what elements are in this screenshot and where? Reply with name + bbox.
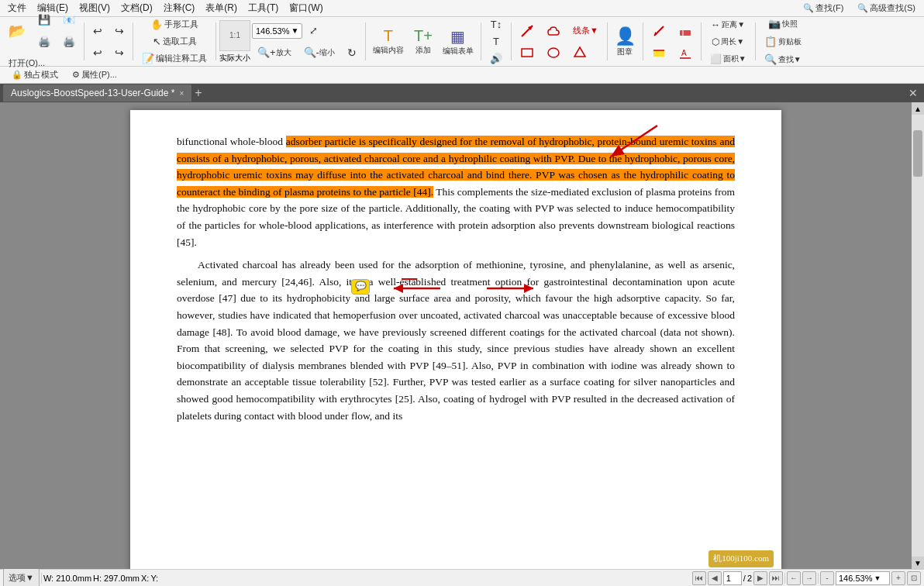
underline-tool-button[interactable]: A bbox=[673, 43, 698, 63]
polygon-icon bbox=[573, 46, 587, 60]
print-button[interactable]: 🖨️ bbox=[57, 32, 81, 52]
zoom-nav-dropdown: ▼ bbox=[874, 574, 881, 582]
properties-button[interactable]: ⚙ 属性(P)... bbox=[67, 65, 122, 85]
cloud-icon bbox=[546, 24, 560, 38]
area-button[interactable]: ⬜ 面积▼ bbox=[705, 51, 752, 67]
zoom-out-nav-button[interactable]: - bbox=[820, 571, 834, 585]
person-icon: 👤 bbox=[615, 26, 636, 47]
edit-note-tool-button[interactable]: 📝 编辑注释工具 bbox=[136, 50, 212, 67]
email-button[interactable]: 📧 bbox=[57, 10, 81, 30]
zoom-display[interactable]: 146.53% ▼ bbox=[836, 571, 890, 585]
next-view-button[interactable]: → bbox=[802, 571, 816, 585]
menu-comment[interactable]: 注释(C) bbox=[159, 0, 200, 16]
clipboard-button[interactable]: 📋 剪贴板 bbox=[759, 33, 807, 50]
audio-button[interactable]: 🔊 bbox=[484, 50, 508, 67]
zoom-expand-button[interactable]: ⤢ bbox=[304, 21, 323, 41]
print-setup-button[interactable]: 🖨️ bbox=[33, 32, 56, 52]
advanced-search-button[interactable]: 🔍 高级查找(S) bbox=[852, 0, 921, 16]
zoom-in-nav-button[interactable]: + bbox=[891, 571, 905, 585]
first-page-button[interactable]: ⏮ bbox=[692, 571, 706, 585]
refresh-button[interactable]: ↻ bbox=[342, 43, 362, 63]
document-page: 💬 bifunctional whole-blood adsorber part… bbox=[130, 110, 781, 569]
page-total: 2 bbox=[747, 574, 752, 583]
tab-close-all-button[interactable]: ✕ bbox=[905, 87, 921, 99]
text-edit-icon: T bbox=[384, 27, 393, 45]
menu-window[interactable]: 窗口(W) bbox=[284, 0, 327, 16]
zoom-input[interactable]: 146.53% ▼ bbox=[252, 23, 302, 39]
pencil-tool-button[interactable] bbox=[646, 21, 671, 41]
zoom-in-button[interactable]: 🔍+ 放大 bbox=[252, 43, 297, 63]
open-button[interactable]: 📂 bbox=[3, 21, 31, 41]
menu-tools[interactable]: 工具(T) bbox=[243, 0, 283, 16]
distance-button[interactable]: ↔ 距离▼ bbox=[705, 17, 752, 33]
lock-icon: 🔒 bbox=[12, 70, 22, 80]
snapshot-button[interactable]: 📷 快照 bbox=[759, 16, 807, 32]
rect-icon bbox=[520, 46, 534, 60]
main-toolbar: 📂 💾 🖨️ 📧 🖨️ 打开(O)... ↩ ↪ ↩ ↪ bbox=[0, 17, 924, 67]
stamp-button[interactable]: 👤 图章 bbox=[611, 20, 640, 64]
document-scroll[interactable]: 💬 bifunctional whole-blood adsorber part… bbox=[0, 102, 912, 569]
document-tab[interactable]: Auslogics-BoostSpeed-13-User-Guide * × bbox=[3, 84, 191, 102]
fit-window-button[interactable]: ⊡ bbox=[907, 571, 921, 585]
prev-page-button[interactable]: ◀ bbox=[708, 571, 722, 585]
redo-button[interactable]: ↪ bbox=[109, 21, 129, 41]
form-icon: ▦ bbox=[450, 27, 465, 46]
svg-rect-7 bbox=[680, 30, 691, 36]
menu-doc[interactable]: 文档(D) bbox=[116, 0, 157, 16]
circle-tool-button[interactable] bbox=[541, 43, 566, 63]
edit-content-button[interactable]: T 编辑内容 bbox=[369, 20, 408, 64]
save-button[interactable]: 💾 bbox=[33, 10, 56, 30]
scroll-thumb[interactable] bbox=[913, 130, 922, 177]
scroll-down-button[interactable]: ▼ bbox=[912, 557, 924, 569]
vertical-scrollbar[interactable]: ▲ ▼ bbox=[912, 102, 924, 569]
text-tool1-button[interactable]: T↕ bbox=[484, 16, 508, 33]
hand-icon: ✋ bbox=[150, 19, 163, 30]
paragraph-1: bifunctional whole-blood adsorber partic… bbox=[177, 133, 735, 250]
select-mode-button[interactable]: 选项▼ bbox=[3, 568, 40, 587]
zoom-out-button[interactable]: 🔍- 缩小 bbox=[298, 43, 340, 63]
actual-size-label: 实际大小 bbox=[219, 53, 250, 64]
prev-view-button[interactable]: ← bbox=[787, 571, 801, 585]
svg-rect-9 bbox=[653, 50, 664, 57]
eraser-tool-button[interactable] bbox=[673, 21, 698, 41]
find-button[interactable]: 🔍 查找▼ bbox=[759, 51, 807, 67]
highlight-tool-button[interactable] bbox=[646, 43, 671, 63]
last-page-button[interactable]: ⏭ bbox=[769, 571, 783, 585]
search-button[interactable]: 🔍 查找(F) bbox=[798, 0, 849, 16]
tab-close-button[interactable]: × bbox=[179, 89, 184, 98]
page-separator: / bbox=[743, 574, 746, 583]
watermark: 机100ji100.com bbox=[709, 550, 774, 567]
add-icon: T+ bbox=[414, 27, 433, 45]
find-icon: 🔍 bbox=[764, 53, 777, 65]
arrow-tool-button[interactable] bbox=[515, 21, 540, 41]
add-button[interactable]: T+ 添加 bbox=[409, 20, 437, 64]
menu-form[interactable]: 表单(R) bbox=[201, 0, 242, 16]
perimeter-icon: ⬡ bbox=[712, 36, 719, 47]
select-tool-button[interactable]: ↖ 选取工具 bbox=[136, 33, 212, 50]
undo-button[interactable]: ↩ bbox=[88, 21, 108, 41]
line-tool-button[interactable]: 线条▼ bbox=[567, 21, 604, 41]
highlight-1: adsorber particle is specifically design… bbox=[177, 136, 735, 198]
edit-form-button[interactable]: ▦ 编辑表单 bbox=[439, 20, 478, 64]
undo2-button[interactable]: ↩ bbox=[88, 43, 108, 63]
comment-bubble[interactable]: 💬 bbox=[351, 279, 370, 295]
svg-point-3 bbox=[548, 48, 559, 57]
width-display: W: 210.0mm bbox=[43, 574, 91, 583]
rect-tool-button[interactable] bbox=[515, 43, 540, 63]
hand-tool-button[interactable]: ✋ 手形工具 bbox=[136, 16, 212, 33]
redo2-button[interactable]: ↪ bbox=[109, 43, 129, 63]
cloud-tool-button[interactable] bbox=[541, 21, 566, 41]
svg-rect-2 bbox=[522, 49, 533, 57]
polygon-tool-button[interactable] bbox=[567, 43, 592, 63]
y-display: Y: bbox=[150, 574, 158, 583]
next-page-button[interactable]: ▶ bbox=[753, 571, 767, 585]
new-tab-button[interactable]: + bbox=[191, 86, 205, 100]
perimeter-button[interactable]: ⬡ 周长▼ bbox=[705, 34, 752, 50]
advanced-search-icon: 🔍 bbox=[857, 3, 868, 13]
exclusive-mode-button[interactable]: 🔒 独占模式 bbox=[6, 65, 64, 85]
page-input[interactable]: 1 bbox=[723, 571, 742, 585]
eraser-icon bbox=[678, 24, 692, 38]
text-tool2-button[interactable]: T bbox=[484, 33, 508, 50]
scroll-up-button[interactable]: ▲ bbox=[912, 102, 924, 115]
plus-icon: 🔍+ bbox=[257, 47, 276, 58]
